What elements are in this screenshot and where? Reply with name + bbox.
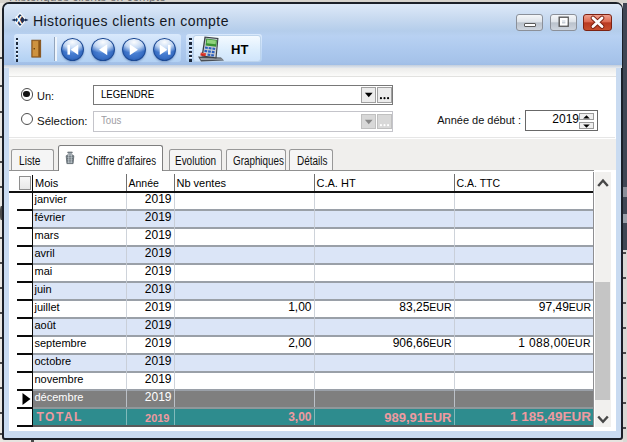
svg-text:X: X (15, 14, 22, 26)
